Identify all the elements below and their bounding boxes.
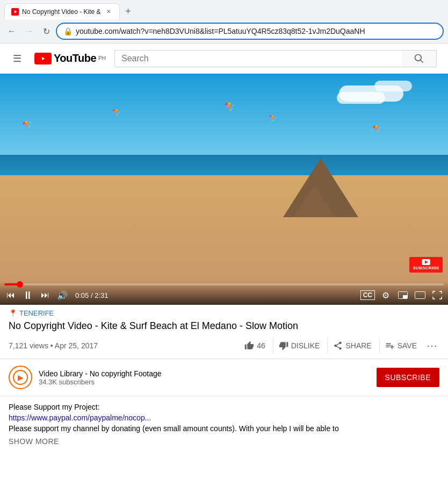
dislike-button[interactable]: DISLIKE xyxy=(273,338,326,354)
youtube-logo-text: YouTube xyxy=(54,52,96,65)
youtube-logo[interactable]: YouTube PH xyxy=(34,52,106,65)
theater-button[interactable] xyxy=(414,289,427,302)
channel-subscribers: 34.3K subscribers xyxy=(39,378,162,386)
time-total: 2:31 xyxy=(95,291,108,299)
search-bar xyxy=(114,50,437,67)
video-thumbnail: 🪁 🪁 🪁 🪁 🪁 SUBSCRIBE xyxy=(0,74,448,305)
active-tab[interactable]: No Copyright Video - Kite & ✕ xyxy=(4,3,120,19)
progress-dot xyxy=(17,281,23,288)
tab-bar: No Copyright Video - Kite & ✕ + xyxy=(0,0,448,19)
nav-bar: ← → ↻ 🔒 youtube.com/watch?v=neh8D3VUni8&… xyxy=(0,19,448,43)
fullscreen-button[interactable] xyxy=(431,289,444,302)
mountain-2 xyxy=(293,185,336,217)
share-button[interactable]: SHARE xyxy=(327,338,377,354)
youtube-country: PH xyxy=(98,55,106,61)
kite-5: 🪁 xyxy=(372,125,381,133)
skip-forward-button[interactable]: ⏭ xyxy=(39,289,52,302)
cloud-3 xyxy=(337,92,385,104)
right-controls: CC ⚙ xyxy=(360,289,444,302)
tab-close-button[interactable]: ✕ xyxy=(104,8,113,16)
cloud-2 xyxy=(374,81,412,91)
address-bar[interactable]: 🔒 youtube.com/watch?v=neh8D3VUni8&list=P… xyxy=(56,23,444,40)
youtube-logo-icon xyxy=(34,53,52,65)
forward-button[interactable]: → xyxy=(21,24,37,39)
video-meta-row: 7,121 views • Apr 25, 2017 46 DISLIKE SH… xyxy=(9,337,439,359)
like-count: 46 xyxy=(257,341,265,350)
publish-date: Apr 25, 2017 xyxy=(55,341,98,350)
video-actions: 46 DISLIKE SHARE SAVE ⋯ xyxy=(239,337,439,354)
description-body: Please support my channel by donating (e… xyxy=(9,424,439,433)
support-text: Please Support my Project: xyxy=(9,403,439,411)
reload-button[interactable]: ↻ xyxy=(39,24,54,39)
video-title: No Copyright Video - Kite & Surf Beach a… xyxy=(9,319,439,333)
menu-icon[interactable]: ☰ xyxy=(9,48,26,69)
svg-rect-7 xyxy=(403,295,407,298)
time-current: 0:05 xyxy=(75,291,89,299)
show-more-button[interactable]: SHOW MORE xyxy=(9,437,439,446)
new-tab-button[interactable]: + xyxy=(122,5,135,18)
back-button[interactable]: ← xyxy=(4,24,19,39)
save-label: SAVE xyxy=(398,341,417,350)
save-button[interactable]: SAVE xyxy=(379,338,422,354)
progress-bar[interactable] xyxy=(4,283,444,285)
avatar-play-icon: ▶ xyxy=(13,370,28,385)
time-display: 0:05 / 2:31 xyxy=(75,291,108,299)
channel-name: Video Library - No copyright Footage xyxy=(39,369,162,378)
location-pin-icon: 📍 xyxy=(9,309,17,317)
tab-favicon xyxy=(11,8,19,16)
svg-point-2 xyxy=(415,54,422,61)
search-button[interactable] xyxy=(402,50,437,67)
search-input[interactable] xyxy=(114,50,402,67)
kite-3: 🪁 xyxy=(224,102,235,112)
settings-button[interactable]: ⚙ xyxy=(379,289,392,302)
like-button[interactable]: 46 xyxy=(239,338,271,354)
miniplayer-button[interactable] xyxy=(396,289,409,302)
video-location: 📍 TENERIFE xyxy=(9,309,439,317)
channel-row: ▶ Video Library - No copyright Footage 3… xyxy=(0,359,448,396)
lock-icon: 🔒 xyxy=(63,27,73,35)
youtube-header: ☰ YouTube PH xyxy=(0,44,448,74)
cc-button[interactable]: CC xyxy=(360,290,375,300)
subscribe-button[interactable]: SUBSCRIBE xyxy=(377,368,439,387)
paypal-link[interactable]: https://www.paypal.com/paypalme/nocop... xyxy=(9,413,439,422)
video-player[interactable]: 🪁 🪁 🪁 🪁 🪁 SUBSCRIBE ⏮ ⏸ ⏭ 🔊 0:05 / 2:31 … xyxy=(0,74,448,305)
subscribe-watermark[interactable]: SUBSCRIBE xyxy=(409,257,443,273)
controls-row: ⏮ ⏸ ⏭ 🔊 0:05 / 2:31 CC ⚙ xyxy=(4,289,444,302)
svg-line-3 xyxy=(421,60,423,62)
volume-button[interactable]: 🔊 xyxy=(56,289,69,302)
browser-chrome: No Copyright Video - Kite & ✕ + ← → ↻ 🔒 … xyxy=(0,0,448,44)
more-options-button[interactable]: ⋯ xyxy=(424,337,439,354)
dislike-label: DISLIKE xyxy=(291,341,320,350)
subscribe-watermark-text: SUBSCRIBE xyxy=(413,266,439,270)
channel-left: ▶ Video Library - No copyright Footage 3… xyxy=(9,366,162,389)
video-stats: 7,121 views • Apr 25, 2017 xyxy=(9,341,98,350)
view-count: 7,121 views xyxy=(9,341,48,350)
url-text: youtube.com/watch?v=neh8D3VUni8&list=PL5… xyxy=(76,27,436,35)
channel-info: Video Library - No copyright Footage 34.… xyxy=(39,369,162,386)
location-text: TENERIFE xyxy=(19,309,54,317)
svg-rect-8 xyxy=(415,292,425,299)
tab-title: No Copyright Video - Kite & xyxy=(22,8,101,16)
video-controls: ⏮ ⏸ ⏭ 🔊 0:05 / 2:31 CC ⚙ xyxy=(0,281,448,305)
share-label: SHARE xyxy=(345,341,371,350)
description-area: Please Support my Project: https://www.p… xyxy=(0,396,448,452)
pause-button[interactable]: ⏸ xyxy=(21,289,34,302)
video-info: 📍 TENERIFE No Copyright Video - Kite & S… xyxy=(0,305,448,359)
channel-avatar[interactable]: ▶ xyxy=(9,366,32,389)
kite-2: 🪁 xyxy=(111,108,120,116)
skip-back-button[interactable]: ⏮ xyxy=(4,289,17,302)
